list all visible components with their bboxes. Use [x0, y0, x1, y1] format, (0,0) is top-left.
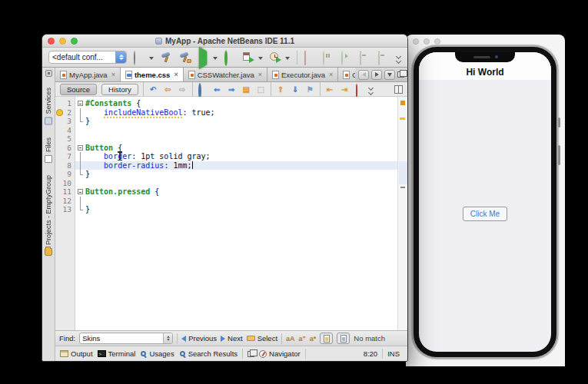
- rerun-icon[interactable]: [224, 51, 236, 63]
- code-line-5[interactable]: [75, 134, 397, 144]
- code-line-3[interactable]: }: [75, 117, 397, 126]
- minimize-icon[interactable]: [59, 38, 66, 45]
- code-editor[interactable]: 12345678910111213 #Constants { includeNa…: [55, 97, 407, 330]
- line-number[interactable]: 7: [55, 152, 75, 161]
- tab-theme-css[interactable]: theme.css×: [121, 68, 184, 81]
- previous-bookmark-icon[interactable]: ⇑: [276, 84, 286, 94]
- error-stripe[interactable]: [397, 97, 407, 330]
- sidebar-tab-files[interactable]: Files: [45, 137, 52, 163]
- match-case-toggle[interactable]: aA: [286, 335, 295, 343]
- find-input[interactable]: Skins: [79, 333, 173, 344]
- chevron-down-icon[interactable]: [213, 57, 218, 62]
- source-view-button[interactable]: Source: [60, 84, 97, 95]
- scroll-tabs-right-button[interactable]: [371, 70, 382, 80]
- find-previous-icon[interactable]: ⇐: [212, 84, 222, 94]
- find-next-button[interactable]: Next: [221, 334, 243, 343]
- line-number[interactable]: 4: [55, 126, 75, 135]
- warning-mark[interactable]: [400, 118, 405, 120]
- code-line-9[interactable]: }: [75, 170, 397, 179]
- highlight-results-toggle[interactable]: [320, 333, 333, 344]
- fold-start-icon[interactable]: [75, 99, 85, 108]
- run-project-icon[interactable]: [198, 51, 209, 63]
- scroll-tabs-left-button[interactable]: [358, 70, 369, 80]
- stepper-icon[interactable]: [115, 51, 126, 63]
- fold-start-icon[interactable]: [75, 187, 85, 197]
- build-project-icon[interactable]: [161, 51, 172, 63]
- tab-myapp-java[interactable]: MyApp.java×: [55, 68, 121, 81]
- sidebar-tab-projects[interactable]: Projects - EmptyGroup: [45, 175, 52, 256]
- regex-toggle[interactable]: a*: [310, 335, 317, 343]
- editor-toolbar-overflow-icon[interactable]: [369, 86, 373, 94]
- shift-left-icon[interactable]: ⇤: [325, 84, 335, 94]
- window-controls[interactable]: [48, 38, 78, 45]
- line-number[interactable]: 8: [55, 161, 75, 170]
- code-line-10[interactable]: [75, 179, 397, 188]
- code-line-6[interactable]: Button {: [75, 144, 397, 153]
- record-macro-icon[interactable]: [354, 84, 364, 94]
- last-edit-icon[interactable]: ↶: [148, 84, 158, 94]
- sidebar-tab-services[interactable]: Services: [45, 88, 52, 125]
- select-matches-button[interactable]: Select: [247, 334, 277, 343]
- titlebar[interactable]: MyApp - Apache NetBeans IDE 11.1: [42, 35, 407, 48]
- close-tab-icon[interactable]: ×: [174, 71, 178, 78]
- find-previous-button[interactable]: Previous: [181, 334, 217, 343]
- toggle-highlight-icon[interactable]: ▤: [241, 84, 251, 94]
- close-tab-icon[interactable]: ×: [329, 71, 333, 78]
- split-editor-icon[interactable]: [394, 85, 403, 94]
- code-line-8[interactable]: border-radius: 1mm;: [75, 161, 397, 170]
- line-number-gutter[interactable]: 12345678910111213: [55, 97, 75, 330]
- profile-project-icon[interactable]: [270, 51, 281, 63]
- shift-right-icon[interactable]: ⇥: [340, 84, 350, 94]
- config-select[interactable]: <default conf...: [48, 51, 127, 64]
- code-line-13[interactable]: }: [75, 205, 397, 214]
- navigator-button[interactable]: Navigator: [259, 349, 301, 358]
- restore-group-icon[interactable]: [247, 351, 254, 357]
- simulator-window-controls[interactable]: [413, 38, 440, 45]
- back-icon[interactable]: ⇦: [163, 84, 173, 94]
- line-number[interactable]: 3: [55, 117, 75, 126]
- maximize-window-icon[interactable]: [397, 71, 404, 78]
- line-number[interactable]: 11: [55, 187, 75, 197]
- code-line-12[interactable]: [75, 197, 397, 206]
- chevron-down-icon[interactable]: [285, 57, 290, 62]
- code-line-7[interactable]: border: 1pt solid gray;: [75, 152, 397, 161]
- next-bookmark-icon[interactable]: ⇓: [291, 84, 301, 94]
- close-tab-icon[interactable]: ×: [111, 71, 115, 78]
- click-me-button[interactable]: Click Me: [463, 207, 507, 221]
- line-number[interactable]: 9: [55, 170, 75, 179]
- connect-database-icon[interactable]: [134, 51, 145, 63]
- tab-list-dropdown-button[interactable]: [384, 70, 395, 80]
- tab-cn1csscli-ja-[interactable]: CN1CSSCLI.ja..×: [338, 68, 355, 81]
- debug-project-icon[interactable]: [243, 51, 254, 63]
- code-line-1[interactable]: #Constants {: [75, 99, 397, 108]
- search-results-button[interactable]: Search Results: [179, 349, 238, 358]
- line-number[interactable]: 6: [55, 144, 75, 153]
- find-next-icon[interactable]: ⇒: [227, 84, 237, 94]
- select-rectangular-icon[interactable]: ⬚: [256, 84, 266, 94]
- wrap-search-toggle[interactable]: [337, 333, 350, 344]
- history-view-button[interactable]: History: [101, 84, 138, 95]
- chevron-down-icon[interactable]: [258, 57, 263, 62]
- line-number[interactable]: 12: [55, 197, 75, 206]
- minimize-icon[interactable]: [424, 38, 430, 45]
- close-tab-icon[interactable]: ×: [258, 71, 262, 78]
- chevron-down-icon[interactable]: [149, 57, 154, 62]
- close-icon[interactable]: [48, 38, 55, 45]
- toggle-bookmark-icon[interactable]: ⚑: [305, 84, 315, 94]
- whole-word-toggle[interactable]: a": [299, 335, 306, 343]
- stepper-icon[interactable]: [163, 333, 172, 343]
- zoom-icon[interactable]: [434, 38, 440, 45]
- fold-start-icon[interactable]: [75, 144, 85, 153]
- line-number[interactable]: 2: [55, 108, 75, 118]
- code-lines[interactable]: #Constants { includeNativeBool: true;}Bu…: [75, 97, 397, 330]
- scroll-thumb[interactable]: [399, 161, 407, 184]
- code-line-11[interactable]: Button.pressed {: [75, 187, 397, 197]
- code-line-2[interactable]: includeNativeBool: true;: [75, 108, 397, 118]
- toolbar-overflow-icon[interactable]: [397, 55, 400, 63]
- terminal-button[interactable]: >Terminal: [98, 349, 136, 358]
- zoom-icon[interactable]: [71, 38, 78, 45]
- tab-executor-java[interactable]: Executor.java×: [267, 68, 338, 81]
- close-icon[interactable]: [413, 38, 419, 45]
- warning-bulb-icon[interactable]: [56, 109, 63, 116]
- output-button[interactable]: Output: [60, 349, 93, 358]
